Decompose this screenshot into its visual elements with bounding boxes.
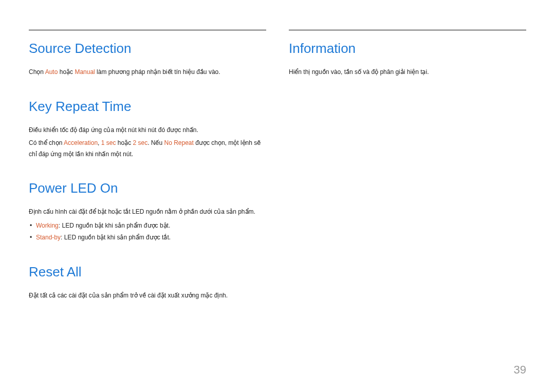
page-number: 39 <box>514 363 526 377</box>
highlight-text: Working <box>36 222 59 229</box>
body-text-part: Chọn <box>29 68 45 76</box>
section: Reset AllĐặt tất cả các cài đặt của sản … <box>29 264 266 302</box>
body-text-part: : LED nguồn bật khi sản phẩm được tắt. <box>61 234 171 241</box>
highlight-text: Manual <box>75 68 95 76</box>
section-heading: Information <box>289 41 526 57</box>
paragraph: Có thể chọn Acceleration, 1 sec hoặc 2 s… <box>29 138 266 160</box>
paragraph: Đặt tất cả các cài đặt của sản phẩm trở … <box>29 290 266 302</box>
body-text-part: Hiển thị nguồn vào, tần số và độ phân gi… <box>289 68 429 76</box>
body-text-part: Định cấu hình cài đặt để bật hoặc tắt LE… <box>29 208 255 215</box>
paragraph: Hiển thị nguồn vào, tần số và độ phân gi… <box>289 67 526 78</box>
body-text-part: hoặc <box>116 139 133 146</box>
body-text-part: . Nếu <box>147 139 164 146</box>
bullet-list: Working: LED nguồn bật khi sản phẩm được… <box>29 220 266 244</box>
highlight-text: Acceleration <box>64 139 98 146</box>
paragraph: Định cấu hình cài đặt để bật hoặc tắt LE… <box>29 207 266 218</box>
section-heading: Power LED On <box>29 180 266 196</box>
body-text: Chọn Auto hoặc Manual làm phương pháp nh… <box>29 67 266 78</box>
body-text-part: Điều khiển tốc độ đáp ứng của một nút kh… <box>29 126 198 134</box>
right-column: InformationHiển thị nguồn vào, tần số và… <box>289 30 526 322</box>
body-text-part: hoặc <box>58 68 75 76</box>
body-text-part: : LED nguồn bật khi sản phẩm được bật. <box>59 222 170 229</box>
highlight-text: Stand-by <box>36 234 61 241</box>
highlight-text: No Repeat <box>164 139 194 146</box>
divider-right <box>289 30 526 30</box>
section: Source DetectionChọn Auto hoặc Manual là… <box>29 41 266 78</box>
highlight-text: 1 sec <box>101 139 116 146</box>
divider-left <box>29 30 266 30</box>
paragraph: Điều khiển tốc độ đáp ứng của một nút kh… <box>29 125 266 136</box>
body-text-part: làm phương pháp nhận biết tín hiệu đầu v… <box>95 68 220 76</box>
body-text: Hiển thị nguồn vào, tần số và độ phân gi… <box>289 67 526 78</box>
bullet-item: Stand-by: LED nguồn bật khi sản phẩm đượ… <box>29 232 266 244</box>
body-text: Điều khiển tốc độ đáp ứng của một nút kh… <box>29 125 266 160</box>
highlight-text: Auto <box>45 68 58 76</box>
section-heading: Source Detection <box>29 41 266 57</box>
left-column: Source DetectionChọn Auto hoặc Manual là… <box>29 30 266 322</box>
content-columns: Source DetectionChọn Auto hoặc Manual là… <box>29 30 526 322</box>
body-text-part: , <box>98 139 101 146</box>
section: Power LED OnĐịnh cấu hình cài đặt để bật… <box>29 180 266 243</box>
section: InformationHiển thị nguồn vào, tần số và… <box>289 41 526 78</box>
section-heading: Key Repeat Time <box>29 99 266 115</box>
body-text: Đặt tất cả các cài đặt của sản phẩm trở … <box>29 290 266 302</box>
section-heading: Reset All <box>29 264 266 280</box>
body-text-part: Có thể chọn <box>29 139 64 146</box>
body-text: Định cấu hình cài đặt để bật hoặc tắt LE… <box>29 207 266 218</box>
body-text-part: Đặt tất cả các cài đặt của sản phẩm trở … <box>29 292 228 299</box>
paragraph: Chọn Auto hoặc Manual làm phương pháp nh… <box>29 67 266 78</box>
section: Key Repeat TimeĐiều khiển tốc độ đáp ứng… <box>29 99 266 160</box>
highlight-text: 2 sec <box>133 139 147 146</box>
bullet-item: Working: LED nguồn bật khi sản phẩm được… <box>29 220 266 232</box>
